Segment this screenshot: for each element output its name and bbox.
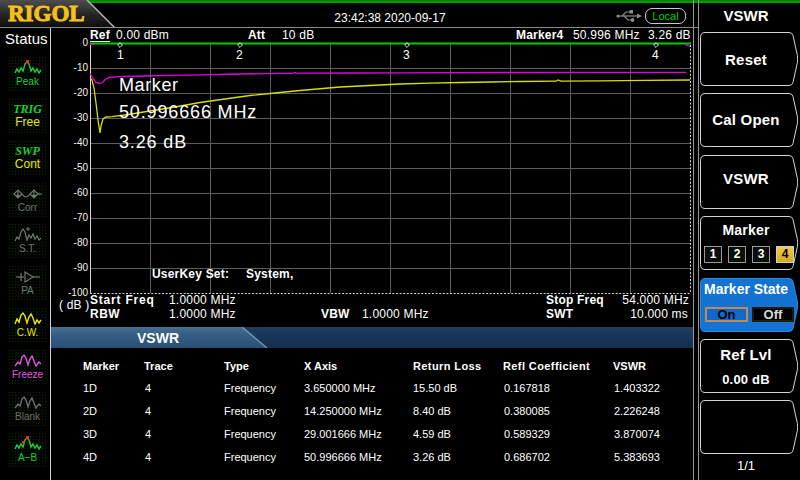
svg-text:VSWR: VSWR [137, 330, 179, 346]
